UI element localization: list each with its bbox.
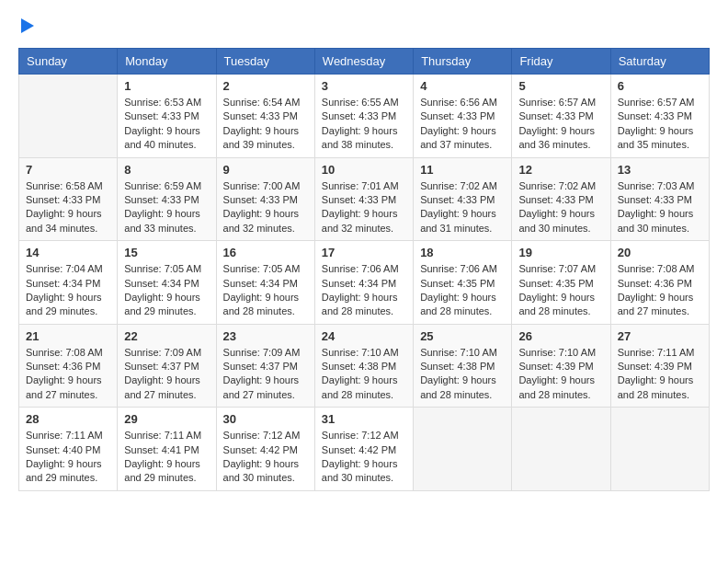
calendar-col-header: Saturday [610, 49, 709, 75]
day-info: Sunrise: 6:59 AM Sunset: 4:33 PM Dayligh… [124, 179, 209, 236]
day-info: Sunrise: 6:57 AM Sunset: 4:33 PM Dayligh… [618, 96, 702, 153]
day-number: 9 [223, 163, 308, 177]
day-info: Sunrise: 7:10 AM Sunset: 4:38 PM Dayligh… [420, 346, 505, 403]
day-number: 14 [26, 246, 110, 259]
calendar-cell [610, 408, 709, 491]
day-number: 17 [322, 246, 406, 259]
day-number: 22 [124, 329, 209, 343]
calendar-col-header: Monday [118, 49, 216, 75]
day-number: 27 [618, 329, 702, 343]
day-number: 7 [26, 163, 110, 177]
calendar-cell: 15Sunrise: 7:05 AM Sunset: 4:34 PM Dayli… [118, 241, 216, 325]
day-info: Sunrise: 6:53 AM Sunset: 4:33 PM Dayligh… [124, 96, 209, 153]
logo-arrow-icon [21, 18, 34, 33]
calendar-cell: 18Sunrise: 7:06 AM Sunset: 4:35 PM Dayli… [414, 241, 512, 325]
day-info: Sunrise: 7:02 AM Sunset: 4:33 PM Dayligh… [420, 179, 505, 236]
day-number: 19 [518, 246, 603, 259]
day-number: 26 [518, 329, 603, 343]
day-info: Sunrise: 7:00 AM Sunset: 4:33 PM Dayligh… [223, 179, 308, 236]
day-number: 13 [618, 163, 702, 177]
day-info: Sunrise: 7:05 AM Sunset: 4:34 PM Dayligh… [223, 262, 308, 319]
calendar-week-row: 28Sunrise: 7:11 AM Sunset: 4:40 PM Dayli… [19, 408, 710, 491]
day-info: Sunrise: 6:56 AM Sunset: 4:33 PM Dayligh… [420, 96, 505, 153]
calendar-cell: 6Sunrise: 6:57 AM Sunset: 4:33 PM Daylig… [610, 75, 709, 158]
calendar-cell: 28Sunrise: 7:11 AM Sunset: 4:40 PM Dayli… [19, 408, 118, 491]
day-number: 8 [124, 163, 209, 177]
calendar-cell: 31Sunrise: 7:12 AM Sunset: 4:42 PM Dayli… [314, 408, 413, 491]
day-info: Sunrise: 7:09 AM Sunset: 4:37 PM Dayligh… [124, 346, 209, 403]
day-info: Sunrise: 7:06 AM Sunset: 4:34 PM Dayligh… [322, 262, 406, 319]
calendar-col-header: Friday [512, 49, 610, 75]
day-number: 29 [124, 412, 209, 426]
day-number: 12 [518, 163, 603, 177]
calendar-cell: 22Sunrise: 7:09 AM Sunset: 4:37 PM Dayli… [118, 324, 216, 408]
calendar-cell: 14Sunrise: 7:04 AM Sunset: 4:34 PM Dayli… [19, 241, 118, 325]
calendar-col-header: Thursday [414, 49, 512, 75]
day-number: 1 [124, 79, 209, 93]
calendar-cell: 16Sunrise: 7:05 AM Sunset: 4:34 PM Dayli… [216, 241, 314, 325]
day-info: Sunrise: 7:08 AM Sunset: 4:36 PM Dayligh… [618, 262, 702, 319]
calendar-cell: 20Sunrise: 7:08 AM Sunset: 4:36 PM Dayli… [610, 241, 709, 325]
calendar-week-row: 14Sunrise: 7:04 AM Sunset: 4:34 PM Dayli… [19, 241, 710, 325]
calendar-cell: 10Sunrise: 7:01 AM Sunset: 4:33 PM Dayli… [314, 157, 413, 241]
day-info: Sunrise: 6:58 AM Sunset: 4:33 PM Dayligh… [26, 179, 110, 236]
day-info: Sunrise: 7:10 AM Sunset: 4:39 PM Dayligh… [518, 346, 603, 403]
day-info: Sunrise: 7:02 AM Sunset: 4:33 PM Dayligh… [518, 179, 603, 236]
day-info: Sunrise: 7:09 AM Sunset: 4:37 PM Dayligh… [223, 346, 308, 403]
day-number: 18 [420, 246, 505, 259]
day-number: 2 [223, 79, 308, 93]
day-number: 24 [322, 329, 406, 343]
calendar-week-row: 7Sunrise: 6:58 AM Sunset: 4:33 PM Daylig… [19, 157, 710, 241]
calendar-cell: 12Sunrise: 7:02 AM Sunset: 4:33 PM Dayli… [512, 157, 610, 241]
day-number: 10 [322, 163, 406, 177]
calendar-cell: 26Sunrise: 7:10 AM Sunset: 4:39 PM Dayli… [512, 324, 610, 408]
calendar-cell: 27Sunrise: 7:11 AM Sunset: 4:39 PM Dayli… [610, 324, 709, 408]
calendar-cell [19, 75, 118, 158]
day-info: Sunrise: 7:12 AM Sunset: 4:42 PM Dayligh… [322, 429, 406, 486]
calendar-week-row: 21Sunrise: 7:08 AM Sunset: 4:36 PM Dayli… [19, 324, 710, 408]
day-info: Sunrise: 7:01 AM Sunset: 4:33 PM Dayligh… [322, 179, 406, 236]
day-info: Sunrise: 6:57 AM Sunset: 4:33 PM Dayligh… [518, 96, 603, 153]
day-number: 15 [124, 246, 209, 259]
calendar-cell: 21Sunrise: 7:08 AM Sunset: 4:36 PM Dayli… [19, 324, 118, 408]
calendar-body: 1Sunrise: 6:53 AM Sunset: 4:33 PM Daylig… [19, 75, 710, 491]
day-info: Sunrise: 7:11 AM Sunset: 4:41 PM Dayligh… [124, 429, 209, 486]
day-number: 16 [223, 246, 308, 259]
calendar-cell: 5Sunrise: 6:57 AM Sunset: 4:33 PM Daylig… [512, 75, 610, 158]
calendar-cell: 7Sunrise: 6:58 AM Sunset: 4:33 PM Daylig… [19, 157, 118, 241]
page-header [18, 18, 710, 33]
day-number: 28 [26, 412, 110, 426]
calendar-cell: 3Sunrise: 6:55 AM Sunset: 4:33 PM Daylig… [314, 75, 413, 158]
day-info: Sunrise: 7:06 AM Sunset: 4:35 PM Dayligh… [420, 262, 505, 319]
calendar-week-row: 1Sunrise: 6:53 AM Sunset: 4:33 PM Daylig… [19, 75, 710, 158]
day-info: Sunrise: 7:04 AM Sunset: 4:34 PM Dayligh… [26, 262, 110, 319]
day-number: 30 [223, 412, 308, 426]
day-info: Sunrise: 7:12 AM Sunset: 4:42 PM Dayligh… [223, 429, 308, 486]
day-info: Sunrise: 7:07 AM Sunset: 4:35 PM Dayligh… [518, 262, 603, 319]
day-info: Sunrise: 7:10 AM Sunset: 4:38 PM Dayligh… [322, 346, 406, 403]
day-number: 4 [420, 79, 505, 93]
day-number: 31 [322, 412, 406, 426]
logo [18, 18, 34, 33]
day-info: Sunrise: 7:03 AM Sunset: 4:33 PM Dayligh… [618, 179, 702, 236]
day-number: 23 [223, 329, 308, 343]
calendar-col-header: Wednesday [314, 49, 413, 75]
day-info: Sunrise: 6:54 AM Sunset: 4:33 PM Dayligh… [223, 96, 308, 153]
day-number: 11 [420, 163, 505, 177]
calendar-cell: 9Sunrise: 7:00 AM Sunset: 4:33 PM Daylig… [216, 157, 314, 241]
calendar-cell: 8Sunrise: 6:59 AM Sunset: 4:33 PM Daylig… [118, 157, 216, 241]
day-number: 6 [618, 79, 702, 93]
day-info: Sunrise: 7:05 AM Sunset: 4:34 PM Dayligh… [124, 262, 209, 319]
calendar-header: SundayMondayTuesdayWednesdayThursdayFrid… [19, 49, 710, 75]
calendar-cell: 29Sunrise: 7:11 AM Sunset: 4:41 PM Dayli… [118, 408, 216, 491]
calendar-cell: 19Sunrise: 7:07 AM Sunset: 4:35 PM Dayli… [512, 241, 610, 325]
day-info: Sunrise: 6:55 AM Sunset: 4:33 PM Dayligh… [322, 96, 406, 153]
day-number: 25 [420, 329, 505, 343]
calendar-cell: 1Sunrise: 6:53 AM Sunset: 4:33 PM Daylig… [118, 75, 216, 158]
day-number: 21 [26, 329, 110, 343]
calendar-cell: 2Sunrise: 6:54 AM Sunset: 4:33 PM Daylig… [216, 75, 314, 158]
calendar-cell: 11Sunrise: 7:02 AM Sunset: 4:33 PM Dayli… [414, 157, 512, 241]
calendar-cell: 23Sunrise: 7:09 AM Sunset: 4:37 PM Dayli… [216, 324, 314, 408]
day-info: Sunrise: 7:11 AM Sunset: 4:40 PM Dayligh… [26, 429, 110, 486]
calendar-col-header: Tuesday [216, 49, 314, 75]
